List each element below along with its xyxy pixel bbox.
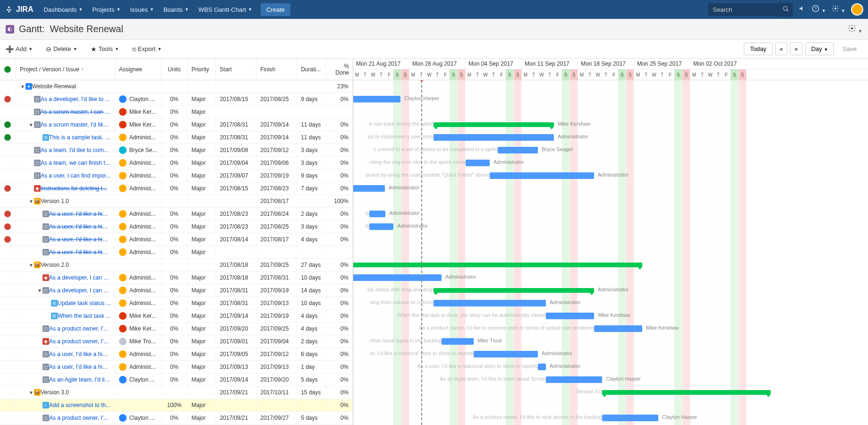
table-row[interactable]: ⊟ Update task status ...Administ...0%Maj… bbox=[0, 297, 353, 310]
issue-name[interactable]: Add a screenshot to th... bbox=[49, 402, 111, 408]
gantt-bar[interactable] bbox=[538, 364, 546, 370]
nav-item-dashboards[interactable]: Dashboards▼ bbox=[39, 0, 87, 19]
gantt-bar[interactable] bbox=[434, 122, 554, 127]
gantt-bar[interactable] bbox=[353, 185, 385, 192]
column-priority[interactable]: Priority bbox=[187, 59, 216, 80]
gantt-bar[interactable] bbox=[434, 300, 546, 306]
table-row[interactable]: ▼ 📦 Version 2.02017/08/182017/09/2527 da… bbox=[0, 259, 353, 272]
expand-toggle[interactable]: ▼ bbox=[28, 122, 34, 128]
table-row[interactable]: ✓ Add a screenshot to th...100%Major0% bbox=[0, 399, 353, 412]
issue-name[interactable]: Update task status ... bbox=[58, 300, 111, 306]
table-row[interactable]: ▼ 📦 Version 1.02017/08/17100% bbox=[0, 195, 353, 208]
column-done[interactable]: % Done bbox=[326, 59, 353, 80]
search-button[interactable] bbox=[779, 3, 793, 17]
issue-name[interactable]: As a developer, I'd like to ... bbox=[41, 96, 110, 102]
prev-button[interactable]: « bbox=[775, 42, 787, 55]
issue-name[interactable]: As a scrum master, I can s... bbox=[41, 109, 111, 115]
table-row[interactable]: ◻ As a product owner, I'...Clayton ...0%… bbox=[0, 412, 353, 425]
issue-name[interactable]: As a user, I'd like a hist... bbox=[49, 236, 111, 243]
nav-item-issues[interactable]: Issues▼ bbox=[125, 0, 159, 19]
issue-name[interactable]: As a team, I'd like to com... bbox=[41, 147, 109, 153]
expand-toggle[interactable]: ▼ bbox=[28, 263, 34, 268]
issue-name[interactable]: As a user, I can find impor... bbox=[41, 172, 111, 179]
column-finish[interactable]: Finish bbox=[256, 59, 297, 80]
table-row[interactable]: ◉ As a developer, I can u...Administ...0… bbox=[0, 272, 353, 284]
export-button[interactable]: ⎋ Export▼ bbox=[132, 45, 162, 53]
feedback-icon[interactable] bbox=[799, 5, 806, 14]
search-input[interactable] bbox=[708, 3, 779, 16]
table-row[interactable]: ◻ As a product owner, I'...Mike Ker...0%… bbox=[0, 323, 353, 335]
zoom-dropdown[interactable]: Day ▼ bbox=[805, 42, 834, 55]
issue-name[interactable]: As a product owner, I'... bbox=[49, 325, 108, 332]
issue-name[interactable]: When the last task ... bbox=[58, 313, 111, 319]
issue-name[interactable]: As a user, I'd like a hist... bbox=[49, 211, 111, 217]
table-row[interactable]: ▼ 📦 Version 3.02017/09/212017/10/1115 da… bbox=[0, 386, 353, 399]
gantt-bar[interactable] bbox=[602, 390, 771, 395]
gantt-bar[interactable] bbox=[353, 274, 442, 281]
page-settings-icon[interactable]: ▼ bbox=[848, 24, 862, 34]
next-button[interactable]: » bbox=[790, 42, 802, 55]
gantt-bar[interactable] bbox=[353, 263, 642, 267]
expand-toggle[interactable]: ▼ bbox=[28, 390, 34, 395]
column-assignee[interactable]: Assignee bbox=[115, 59, 162, 80]
table-row[interactable]: ◻ As a scrum master, I can s...Mike Ker.… bbox=[0, 106, 353, 119]
table-row[interactable]: ◉ Instructions for deleting t...Administ… bbox=[0, 182, 353, 195]
table-row[interactable]: ◻ As a user, I'd like a hist...Administ.… bbox=[0, 246, 353, 259]
today-button[interactable]: Today bbox=[744, 42, 773, 55]
table-row[interactable]: ◻ As a user, I can find impor...Administ… bbox=[0, 170, 353, 182]
gantt-bar[interactable] bbox=[369, 211, 385, 217]
gantt-bar[interactable] bbox=[369, 223, 393, 230]
issue-name[interactable]: As a product owner, I'... bbox=[49, 415, 108, 421]
issue-name[interactable]: As a user, I'd like a hist... bbox=[49, 249, 111, 255]
table-row[interactable]: ◻ As an Agile team, I'd lik...Clayton ..… bbox=[0, 374, 353, 386]
issue-name[interactable]: As a user, I'd like a hist... bbox=[49, 223, 111, 230]
jira-logo[interactable]: JIRA bbox=[5, 5, 33, 14]
table-row[interactable]: ◻ As a user, I'd like a hist...Administ.… bbox=[0, 221, 353, 233]
issue-name[interactable]: Instructions for deleting t... bbox=[41, 185, 107, 192]
expand-toggle[interactable]: ▼ bbox=[28, 199, 34, 204]
issue-name[interactable]: As a developer, I can u... bbox=[49, 274, 111, 281]
gantt-bar[interactable] bbox=[434, 288, 594, 293]
table-row[interactable]: ▼ ◻ As a developer, I can u...Administ..… bbox=[0, 284, 353, 297]
table-row[interactable]: ▼ ◻ As a scrum master, I'd like ...Mike … bbox=[0, 119, 353, 131]
column-duration[interactable]: Durati... bbox=[297, 59, 326, 80]
create-button[interactable]: Create bbox=[261, 3, 290, 16]
table-row[interactable]: ⊟ When the last task ...Mike Ker...0%Maj… bbox=[0, 310, 353, 323]
nav-item-boards[interactable]: Boards▼ bbox=[159, 0, 194, 19]
issue-name[interactable]: As a user, I'd like a hist... bbox=[49, 351, 111, 357]
nav-item-wbs-gantt-chart[interactable]: WBS Gantt-Chart▼ bbox=[194, 0, 257, 19]
expand-toggle[interactable]: ▼ bbox=[37, 288, 43, 293]
timeline-body[interactable]: Clayton Harpere can track during the spr… bbox=[353, 80, 868, 425]
gantt-bar[interactable] bbox=[546, 313, 594, 319]
issue-name[interactable]: As an Agile team, I'd lik... bbox=[49, 376, 111, 383]
expand-toggle[interactable]: ▼ bbox=[20, 84, 26, 89]
table-row[interactable]: ◻ As a user, I'd like a hist...Administ.… bbox=[0, 348, 353, 361]
table-row[interactable]: ⊟ This is a sample task. T...Administ...… bbox=[0, 131, 353, 144]
issue-name[interactable]: As a scrum master, I'd like ... bbox=[41, 121, 111, 128]
table-row[interactable]: ▼ ● Website Renewal23% bbox=[0, 80, 353, 93]
column-units[interactable]: Units bbox=[162, 59, 188, 80]
nav-item-projects[interactable]: Projects▼ bbox=[87, 0, 125, 19]
table-row[interactable]: ◻ As a user, I'd like a hist...Administ.… bbox=[0, 208, 353, 221]
help-icon[interactable]: ? ▼ bbox=[812, 5, 825, 14]
column-status[interactable] bbox=[0, 59, 16, 80]
gantt-bar[interactable] bbox=[546, 376, 602, 383]
issue-name[interactable]: As a team, we can finish t... bbox=[41, 160, 110, 166]
gantt-bar[interactable] bbox=[442, 338, 474, 345]
column-start[interactable]: Start bbox=[216, 59, 256, 80]
table-row[interactable]: ◻ As a user, I'd like a hist...Administ.… bbox=[0, 233, 353, 246]
issue-name[interactable]: As a user, I'd like a hist... bbox=[49, 364, 111, 370]
gantt-bar[interactable] bbox=[466, 160, 490, 166]
gantt-bar[interactable] bbox=[594, 325, 642, 332]
table-row[interactable]: ◻ As a developer, I'd like to ...Clayton… bbox=[0, 93, 353, 106]
tools-button[interactable]: ★ Tools▼ bbox=[91, 45, 119, 53]
column-issue[interactable]: Project / Version / Issue↑ bbox=[16, 59, 115, 80]
gantt-bar[interactable] bbox=[353, 96, 400, 102]
add-button[interactable]: ➕ Add▼ bbox=[6, 45, 33, 53]
table-row[interactable]: ◉ As a product owner, I'...Mike Tro...0%… bbox=[0, 335, 353, 348]
table-row[interactable]: ◻ As a user, I'd like a hist...Administ.… bbox=[0, 361, 353, 374]
table-row[interactable]: ◻ As a team, I'd like to com...Bryce Se.… bbox=[0, 144, 353, 157]
gantt-bar[interactable] bbox=[474, 351, 538, 357]
issue-name[interactable]: This is a sample task. T... bbox=[49, 134, 111, 141]
issue-name[interactable]: As a product owner, I'... bbox=[49, 338, 108, 345]
